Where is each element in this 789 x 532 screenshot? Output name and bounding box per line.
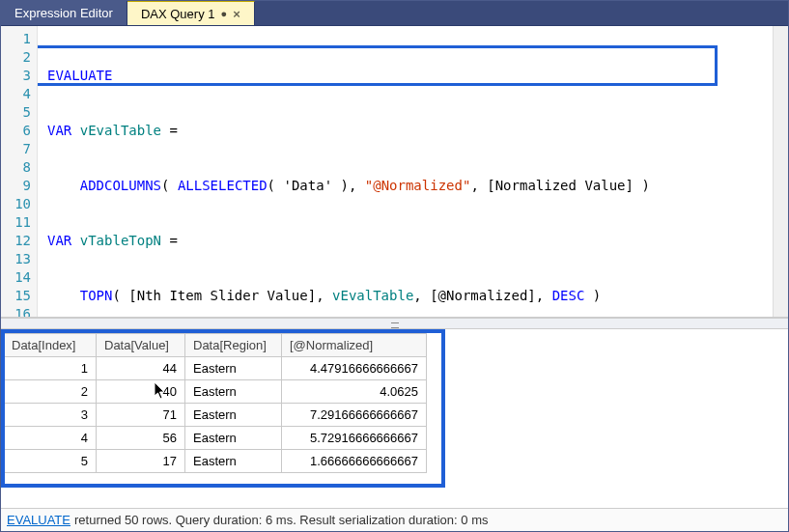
code-area[interactable]: EVALUATE VAR vEvalTable = ADDCOLUMNS( AL… <box>38 26 788 317</box>
vertical-scrollbar[interactable] <box>773 26 788 317</box>
results-table[interactable]: Data[Index] Data[Value] Data[Region] [@N… <box>3 333 427 473</box>
table-row[interactable]: 517Eastern1.66666666666667 <box>4 450 427 473</box>
col-header[interactable]: Data[Region] <box>185 334 282 357</box>
table-row[interactable]: 240Eastern4.0625 <box>4 380 427 404</box>
line-number-gutter: 1234 5678 9101112 13141516 <box>1 26 38 317</box>
tab-bar: Expression Editor DAX Query 1 ● × <box>1 1 788 26</box>
tab-label: DAX Query 1 <box>141 7 215 21</box>
table-header-row: Data[Index] Data[Value] Data[Region] [@N… <box>4 334 427 357</box>
status-bar: EVALUATE returned 50 rows. Query duratio… <box>1 508 788 531</box>
status-evaluate-link[interactable]: EVALUATE <box>7 513 70 527</box>
col-header[interactable]: Data[Index] <box>4 334 97 357</box>
col-header[interactable]: [@Normalized] <box>282 334 427 357</box>
table-row[interactable]: 144Eastern4.47916666666667 <box>4 357 427 380</box>
status-text: returned 50 rows. Query duration: 6 ms. … <box>74 513 488 527</box>
table-row[interactable]: 456Eastern5.72916666666667 <box>4 427 427 450</box>
dirty-indicator-icon: ● <box>220 8 227 19</box>
col-header[interactable]: Data[Value] <box>97 334 185 357</box>
code-editor[interactable]: 1234 5678 9101112 13141516 EVALUATE VAR … <box>1 26 788 318</box>
close-tab-icon[interactable]: × <box>233 7 240 21</box>
results-grid: Data[Index] Data[Value] Data[Region] [@N… <box>1 329 788 508</box>
table-row[interactable]: 371Eastern7.29166666666667 <box>4 404 427 427</box>
tab-expression-editor[interactable]: Expression Editor <box>1 1 127 25</box>
tab-dax-query[interactable]: DAX Query 1 ● × <box>127 1 255 25</box>
tab-label: Expression Editor <box>14 6 113 20</box>
splitter-handle[interactable] <box>1 318 788 329</box>
